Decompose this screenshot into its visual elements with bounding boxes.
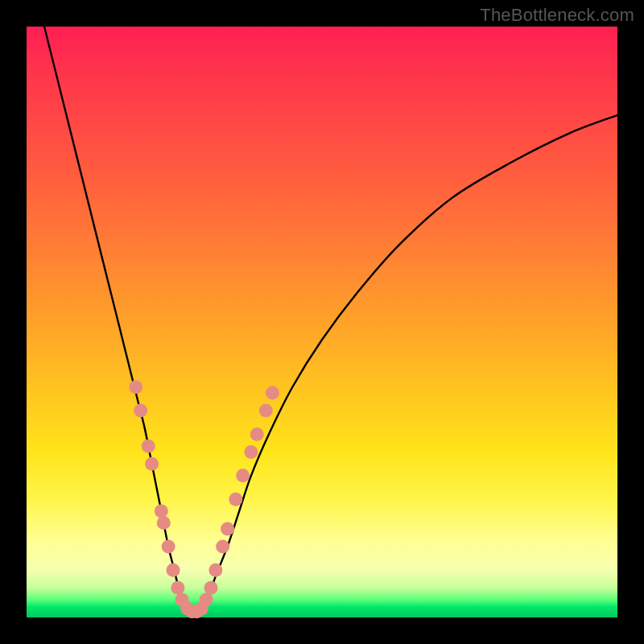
chart-svg	[27, 27, 617, 617]
highlight-dot	[208, 564, 222, 577]
highlight-dot	[266, 386, 279, 400]
plot-area	[27, 27, 617, 617]
highlight-dots	[129, 380, 279, 618]
highlight-dot	[129, 380, 142, 394]
watermark-text: TheBottleneck.com	[480, 5, 634, 26]
highlight-dot	[200, 592, 213, 606]
highlight-dot	[216, 539, 229, 553]
highlight-dot	[221, 522, 234, 535]
highlight-dot	[134, 404, 147, 418]
chart-frame: TheBottleneck.com	[0, 0, 644, 644]
bottleneck-curve	[44, 27, 617, 613]
highlight-dot	[155, 504, 168, 518]
highlight-dot	[259, 404, 273, 418]
highlight-dot	[244, 445, 258, 459]
highlight-dot	[204, 581, 218, 595]
highlight-dot	[145, 457, 159, 471]
highlight-dot	[236, 469, 250, 482]
highlight-dot	[229, 493, 242, 506]
highlight-dot	[171, 581, 184, 595]
highlight-dot	[250, 427, 264, 441]
highlight-dot	[167, 564, 180, 577]
highlight-dot	[157, 516, 171, 530]
highlight-dot	[142, 440, 155, 453]
highlight-dot	[162, 539, 175, 553]
